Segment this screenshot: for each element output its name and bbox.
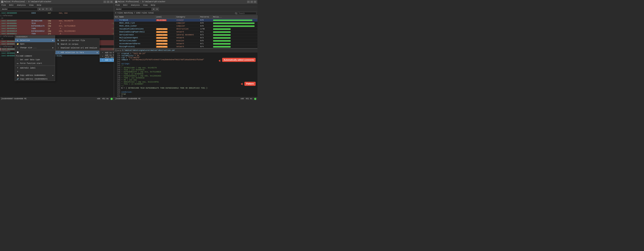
minimize-button[interactable]: − xyxy=(104,1,106,3)
cell-category: network xyxy=(176,37,200,39)
cell-relia xyxy=(212,46,258,48)
ctx-sep2 xyxy=(15,50,55,50)
left-toolbar: ◀ ▶ ⟳ ⚙ xyxy=(0,7,114,12)
svg-point-0 xyxy=(235,13,237,14)
yara-line: 155 xyxy=(115,89,257,91)
level-badge-suspicious: SUSPICIOUS xyxy=(156,28,168,30)
ctx-yara-hex[interactable]: ▪ Add to Yara rule Formbook (hex pattern… xyxy=(100,55,114,58)
level-badge-suspicious: SUSPICIOUS xyxy=(156,46,168,48)
cell-relia xyxy=(212,34,258,36)
cell-relia xyxy=(212,26,258,27)
ctx-set-type[interactable]: f(x) Add comment xyxy=(15,54,55,58)
toolbar-btn-1[interactable]: ◀ xyxy=(38,8,41,11)
table-row[interactable]: MiningProtocol SUSPICIOUS network 0/4 xyxy=(114,45,258,48)
toolbar-btn-4[interactable]: ⚙ xyxy=(49,8,52,11)
ctx-yara-ascii[interactable]: ▪ Add to Yara rule Formbook (ascii strin… xyxy=(100,51,114,55)
rules-count: 3 rules matching / 2282 rules total xyxy=(114,12,258,16)
ctx-copy-as[interactable]: 📋 Copy address 0x00409024 ▶ xyxy=(15,74,55,77)
ctx-search-corpus[interactable]: 🔍 Search in corpus xyxy=(56,42,99,46)
ctx-add-label[interactable]: Aa Force function start xyxy=(15,62,55,65)
ctx-copy-addr2[interactable]: # xyxy=(15,70,55,74)
cell-patterns: 0/3 xyxy=(200,34,212,36)
table-row[interactable]: MSVC_2010_rich compiler 0/0 xyxy=(114,22,258,25)
ctx-download-analyze[interactable]: ⬇ Download selected url and Analyze xyxy=(56,46,99,50)
table-row[interactable]: ServiceCreate SUSPICIOUS lateral movemen… xyxy=(114,34,258,37)
level-badge-suspicious: SUSPICIOUS xyxy=(156,31,168,33)
right-toolbar-btn-1[interactable]: ◀ xyxy=(152,8,155,11)
ctx-search-current[interactable]: 🔍 Search in current file xyxy=(56,39,99,42)
menu-file[interactable]: File xyxy=(1,4,6,7)
ctx-change-size[interactable]: ⇔ Change size ... ▶ xyxy=(15,46,55,50)
right-menu-analysis[interactable]: Analysis xyxy=(130,4,140,7)
right-toolbar-btn-2[interactable]: ▶ xyxy=(156,8,159,11)
header-level: Level xyxy=(156,16,176,19)
rules-header: Hit Name Level Category Patterns Relia..… xyxy=(114,16,258,19)
yara-ascii-icon: ▪ xyxy=(101,51,104,54)
yara-line: 138 reliability = 50 xyxy=(115,55,257,57)
ctx-open[interactable]: 📁 Open xyxy=(15,42,55,46)
header-relia: Relia... xyxy=(212,16,258,19)
change-size-icon: ⇔ xyxy=(16,46,19,49)
right-menu-file[interactable]: File xyxy=(115,4,121,7)
code-panel: ⬛ ▶ 🗁 C:\malcat\data\signatures\malcat\d… xyxy=(114,48,258,97)
right-menu-view[interactable]: View xyxy=(142,4,148,7)
ctx-add-yara[interactable]: + Add selection to Yara ▶ ▪ Add to Yara … xyxy=(56,51,99,54)
table-row[interactable]: AccessNetworkShares SUSPICIOUS network 0… xyxy=(114,42,258,45)
right-menu-help[interactable]: Help xyxy=(150,4,156,7)
ctx-cross-refs[interactable]: 🔗 Copy address (0x00409024) xyxy=(15,77,55,81)
search-icon-small xyxy=(235,12,237,15)
ctx-yara-disasm[interactable]: ▪ Add to Yara rule Formbook (disassembly… xyxy=(100,58,114,62)
left-titlebar: Malcat Professional - D:\malware\pb\stac… xyxy=(0,0,114,4)
left-search-input[interactable] xyxy=(1,8,38,11)
right-close[interactable]: ✕ xyxy=(254,1,256,3)
open-icon: 📁 xyxy=(16,43,19,45)
right-maximize[interactable]: □ xyxy=(250,1,253,3)
right-rules-search[interactable] xyxy=(238,12,256,15)
yara-line: 147 * 7408 | jz 0x40991E xyxy=(115,73,257,75)
level-badge-suspicious: SUSPICIOUS xyxy=(156,37,168,39)
left-statusbar: [0x00409007-0x004090 PE x86 451 ms xyxy=(0,97,114,100)
ctx-selection[interactable]: ▶ Selection ▶ 🔍 Search in current file 🔍… xyxy=(15,39,55,42)
right-menu-edit[interactable]: Edit xyxy=(122,4,128,7)
ctx-copy-addr[interactable]: # Add/edit label xyxy=(15,66,55,70)
yara-line: 143 /* xyxy=(115,65,257,67)
code-line: .text:00409001c 7508 jnz .5 ↑2 xyxy=(0,33,114,35)
ctx-address: 0x00409024 xyxy=(15,36,55,39)
yara-line: 145 * 7E10 | jle 0x40991E xyxy=(115,69,257,71)
table-row[interactable]: ReflectiveLoader SUSPICIOUS evasion 0/0 xyxy=(114,39,258,42)
code-panel-content[interactable]: 137 created = "2022-09-24"138 reliabilit… xyxy=(114,52,258,97)
table-row[interactable]: ✓ Formbook MALICIOUS stealer 0/0 xyxy=(114,19,258,22)
close-button[interactable]: ✕ xyxy=(110,1,113,3)
maximize-button[interactable]: □ xyxy=(107,1,110,3)
cell-name: MSVC_2010_rich xyxy=(118,22,156,24)
ctx-add-comment[interactable]: 💬 xyxy=(15,51,55,54)
pattern-annotation-bubble: Pattern xyxy=(244,82,256,86)
yara-line: 153 */ xyxy=(115,85,257,87)
table-row[interactable]: DownloadUsingPowershell SUSPICIOUS netwo… xyxy=(114,31,258,34)
table-row[interactable]: MSVC_2010_linker compiler 0/0 xyxy=(114,25,258,28)
ctx-force-fn[interactable]: → Set user data type xyxy=(15,58,55,62)
right-time: 451 ms xyxy=(246,98,252,100)
force-fn-icon: → xyxy=(16,58,19,61)
app-icon xyxy=(1,1,3,3)
menu-edit[interactable]: Edit xyxy=(8,4,14,7)
copy-as-icon: 📋 xyxy=(16,74,19,77)
right-search-input[interactable] xyxy=(115,8,152,11)
table-row[interactable]: ValuableFileExtensions SUSPICIOUS destru… xyxy=(114,28,258,31)
toolbar-btn-2[interactable]: ▶ xyxy=(42,8,45,11)
menu-analysis[interactable]: Analysis xyxy=(16,4,26,7)
menu-help[interactable]: Help xyxy=(36,4,42,7)
cell-category: compiler xyxy=(176,22,200,24)
cell-patterns: 0/4 xyxy=(200,46,212,48)
cell-level: SUSPICIOUS xyxy=(156,37,176,39)
cell-level: SUSPICIOUS xyxy=(156,31,176,33)
yara-line: 137 created = "2022-09-24" xyxy=(115,53,257,55)
code-line: .text:004090014 7408 jz .4 ↑1 xyxy=(0,27,114,30)
table-row[interactable]: MultipleUserAgent SUSPICIOUS network 0/3 xyxy=(114,37,258,39)
menu-view[interactable]: View xyxy=(28,4,34,7)
code-panel-file: C:\malcat\data\signatures\malcat\destruc… xyxy=(122,49,175,51)
search-icon: 🔍 xyxy=(57,39,60,42)
yara-line: 154 $ = { 3D70D21400 7E10 81F9289B1A75 7… xyxy=(115,87,257,89)
toolbar-btn-3[interactable]: ⟳ xyxy=(45,8,48,11)
right-minimize[interactable]: − xyxy=(247,1,250,3)
